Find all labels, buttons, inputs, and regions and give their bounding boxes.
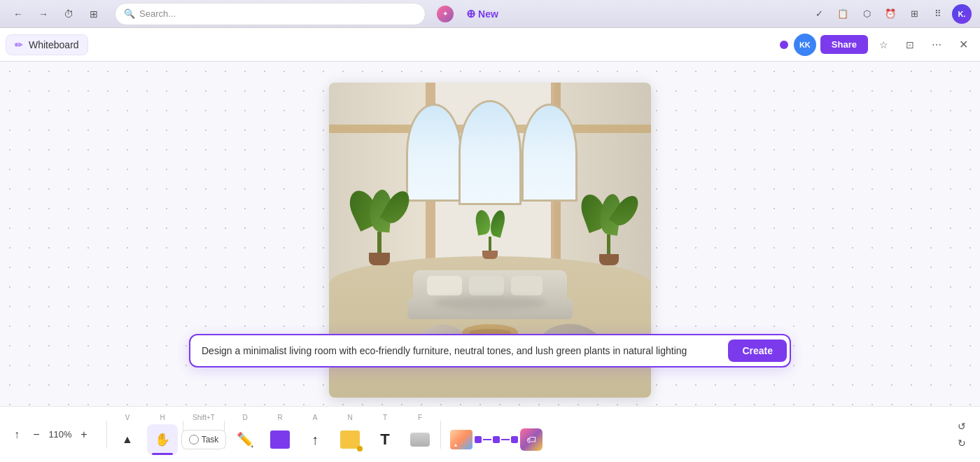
- plant-left: [351, 190, 407, 265]
- flow-line-2: [501, 439, 510, 440]
- tool-key-image: [461, 414, 463, 421]
- flow-tool-icon: [475, 436, 518, 443]
- profile-avatar[interactable]: K.: [952, 4, 972, 24]
- hand-tool[interactable]: ✋: [147, 424, 178, 455]
- history-icon: ⏱: [64, 8, 74, 20]
- back-icon: ←: [13, 8, 23, 20]
- pip-icon: ⊡: [906, 39, 914, 50]
- prompt-text[interactable]: Design a minimalist living room with eco…: [202, 345, 728, 356]
- active-indicator: [152, 453, 173, 455]
- note-yellow-icon: [340, 430, 360, 449]
- draw-tool[interactable]: ✏️: [230, 424, 260, 455]
- grid-button[interactable]: ⠿: [928, 4, 948, 24]
- tool-group-sticker: 🏷: [514, 414, 549, 455]
- grid-icon: ⠿: [934, 8, 941, 19]
- history-button[interactable]: ⏱: [59, 4, 78, 24]
- extensions-button[interactable]: ⊞: [904, 4, 924, 24]
- tool-key-v: V: [125, 414, 130, 421]
- tool-group-draw: D ✏️: [227, 414, 262, 455]
- note-tool[interactable]: [335, 424, 365, 455]
- undo-button[interactable]: ↺: [952, 419, 972, 434]
- create-button[interactable]: Create: [728, 340, 787, 362]
- whiteboard-canvas[interactable]: Design a minimalist living room with eco…: [0, 62, 980, 406]
- tool-group-task: Shift+T Task: [186, 414, 221, 455]
- forward-button[interactable]: →: [34, 4, 53, 24]
- tool-key-shiftt: Shift+T: [192, 414, 215, 421]
- more-icon: ⋯: [932, 39, 941, 50]
- task-tool-display: Task: [181, 430, 227, 449]
- new-plus-icon: ⊕: [466, 7, 475, 20]
- whiteboard-tab[interactable]: ✏ Whiteboard: [6, 34, 88, 55]
- share-button[interactable]: Share: [820, 35, 868, 54]
- new-label: New: [478, 8, 498, 20]
- tool-group-image: [444, 414, 479, 455]
- tab-overview-button[interactable]: ⊞: [84, 4, 104, 24]
- tool-group-flow: [479, 414, 514, 455]
- task-label: Task: [202, 435, 219, 444]
- task-circle-icon: [189, 435, 199, 444]
- scroll-top-icon: ↑: [14, 428, 20, 441]
- tool-key-r: R: [277, 414, 282, 421]
- flow-tool[interactable]: [481, 424, 512, 455]
- shape-tool[interactable]: [265, 424, 295, 455]
- tool-key-n: N: [347, 414, 352, 421]
- more-button[interactable]: ⋯: [925, 34, 948, 56]
- alarm-icon: ⏰: [885, 8, 896, 19]
- toolbar-scroll: V ▲ H ✋ Shift+T Task: [110, 414, 946, 455]
- tool-key-f: F: [418, 414, 422, 421]
- shape-rect-icon: [270, 430, 290, 449]
- tool-key-h: H: [160, 414, 164, 421]
- select-tool[interactable]: ▲: [112, 424, 143, 455]
- browser-chrome: ← → ⏱ ⊞ 🔍 Search... ✦ ⊕ New ✓ 📋 ⬡ ⏰ ⊞: [0, 0, 980, 28]
- zoom-in-button[interactable]: +: [76, 426, 92, 443]
- close-tab-button[interactable]: ✕: [952, 34, 974, 56]
- logo-icon[interactable]: ✦: [437, 6, 454, 22]
- check-icon: ✓: [816, 8, 823, 19]
- scroll-top-button[interactable]: ↑: [8, 426, 25, 443]
- search-bar[interactable]: 🔍 Search...: [115, 3, 426, 25]
- arrow-tool[interactable]: ↑: [300, 424, 330, 455]
- flow-node-1: [475, 436, 482, 443]
- chrome-actions: ✓ 📋 ⬡ ⏰ ⊞ ⠿ K.: [809, 4, 972, 24]
- flow-line-1: [483, 439, 491, 440]
- tool-key-sticker: [531, 414, 533, 421]
- clipboard-button[interactable]: 📋: [833, 4, 853, 24]
- tool-key-d: D: [242, 414, 247, 421]
- zoom-controls: ↑ − 110% +: [8, 426, 92, 443]
- zoom-level: 110%: [48, 429, 73, 440]
- redo-button[interactable]: ↻: [952, 435, 972, 451]
- image-tool-icon: [450, 430, 472, 449]
- alarm-button[interactable]: ⏰: [881, 4, 900, 24]
- flow-node-2: [493, 436, 500, 443]
- tool-key-t: T: [383, 414, 387, 421]
- extensions-icon: ⊞: [911, 8, 918, 19]
- cast-icon: ⬡: [863, 8, 871, 19]
- sticker-tool-icon: 🏷: [520, 428, 542, 451]
- tool-group-note: N: [332, 414, 368, 455]
- search-icon: 🔍: [124, 8, 135, 19]
- profile-avatar-label: K.: [958, 10, 966, 18]
- arrow-up-icon: ↑: [312, 432, 318, 448]
- collaborator-avatar-kk[interactable]: KK: [794, 34, 816, 56]
- frame-tool[interactable]: [405, 424, 435, 455]
- whiteboard-tab-icon: ✏: [15, 39, 23, 50]
- frame-icon: [410, 433, 430, 447]
- undo-redo-controls: ↺ ↻: [952, 419, 972, 451]
- text-tool[interactable]: T: [370, 424, 400, 455]
- zoom-out-button[interactable]: −: [28, 426, 45, 443]
- purple-presence-dot: [780, 41, 788, 49]
- pencil-icon: ✏️: [237, 431, 254, 448]
- close-icon: ✕: [959, 38, 968, 51]
- image-tool[interactable]: [446, 424, 477, 455]
- cast-button[interactable]: ⬡: [857, 4, 876, 24]
- sticker-tool[interactable]: 🏷: [516, 424, 547, 455]
- tool-key-a: A: [313, 414, 318, 421]
- tool-group-text: T T: [368, 414, 402, 455]
- new-button[interactable]: ⊕ New: [459, 4, 505, 23]
- check-button[interactable]: ✓: [809, 4, 829, 24]
- back-button[interactable]: ←: [8, 4, 28, 24]
- pip-button[interactable]: ⊡: [899, 34, 921, 56]
- star-button[interactable]: ☆: [872, 34, 895, 56]
- search-input-display: Search...: [139, 8, 416, 19]
- task-tool-btn[interactable]: Task: [188, 424, 219, 455]
